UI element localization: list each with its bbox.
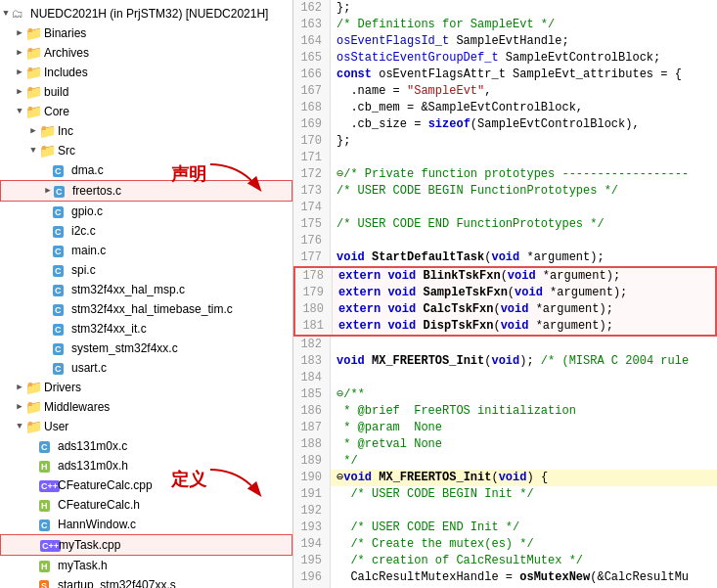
tree-item-binaries[interactable]: ▶ 📁 Binaries (0, 23, 292, 43)
icon-drivers: 📁 (25, 380, 41, 395)
icon-stm32f4xx_it_c: C (53, 321, 68, 337)
label-archives: Archives (44, 44, 89, 62)
label-spi_c: spi.c (71, 261, 96, 279)
code-line-168: 168 .cb_mem = &SampleEvtControlBlock, (293, 100, 717, 116)
label-startup_stm32f407xx_s: startup_stm32f407xx.s (58, 576, 176, 588)
line-number: 189 (293, 453, 331, 470)
line-content: CalcResultMutexHandle = osMutexNew(&Calc… (331, 569, 717, 586)
tree-item-i2c_c[interactable]: C i2c.c (0, 221, 292, 241)
arrow-drivers: ▶ (14, 379, 25, 396)
label-stm32f4xx_it_c: stm32f4xx_it.c (71, 320, 147, 338)
icon-ads131m0x_c: C (39, 438, 55, 454)
code-line-172: 172⊖/* Private function prototypes -----… (293, 166, 717, 183)
line-content (331, 233, 717, 249)
line-number: 179 (295, 285, 333, 301)
label-src: Src (58, 142, 75, 159)
line-number: 178 (295, 268, 333, 285)
tree-item-build[interactable]: ▶ 📁 build (0, 82, 292, 102)
tree-item-dma_c[interactable]: C dma.c (0, 160, 292, 180)
label-hannwindow_c: HannWindow.c (58, 516, 136, 533)
line-number: 175 (293, 216, 331, 233)
code-line-170: 170}; (293, 133, 717, 150)
line-number: 172 (293, 166, 331, 183)
arrow-archives: ▶ (14, 44, 25, 62)
code-line-182: 182 (293, 337, 717, 353)
line-content: const osEventFlagsAttr_t SampleEvt_attri… (331, 67, 717, 83)
code-line-165: 165osStaticEventGroupDef_t SampleEvtCont… (293, 50, 717, 67)
label-mytask_h: myTask.h (58, 557, 108, 574)
tree-item-system_stm32f4xx_c[interactable]: C system_stm32f4xx.c (0, 339, 292, 358)
line-number: 196 (293, 569, 331, 586)
code-line-176: 176 (293, 233, 717, 249)
label-i2c_c: i2c.c (71, 222, 96, 240)
line-number: 170 (293, 133, 331, 150)
line-number: 182 (293, 337, 331, 353)
line-content (331, 150, 717, 166)
code-line-166: 166const osEventFlagsAttr_t SampleEvt_at… (293, 67, 717, 83)
tree-item-user[interactable]: ▼ 📁 User (0, 417, 292, 436)
line-content: void StartDefaultTask(void *argument); (331, 249, 717, 266)
tree-item-mytask_cpp[interactable]: C++ myTask.cpp (0, 534, 292, 556)
line-number: 166 (293, 67, 331, 83)
line-number: 176 (293, 233, 331, 249)
code-line-179: 179extern void SampleTskFxn(void *argume… (293, 285, 717, 301)
tree-item-cfeaturecalc_h[interactable]: H CFeatureCalc.h (0, 495, 292, 515)
line-number: 177 (293, 249, 331, 266)
tree-item-usart_c[interactable]: C usart.c (0, 358, 292, 378)
tree-item-freertos_c[interactable]: ▶ C freertos.c (0, 180, 292, 202)
tree-item-drivers[interactable]: ▶ 📁 Drivers (0, 378, 292, 397)
label-system_stm32f4xx_c: system_stm32f4xx.c (71, 339, 178, 357)
icon-startup_stm32f407xx_s: S (39, 577, 55, 588)
tree-item-stm32f4xx_it_c[interactable]: C stm32f4xx_it.c (0, 319, 292, 339)
arrow-core: ▼ (14, 103, 25, 120)
tree-item-ads131m0x_c[interactable]: C ads131m0x.c (0, 436, 292, 456)
tree-item-core[interactable]: ▼ 📁 Core (0, 102, 292, 121)
line-number: 191 (293, 486, 331, 503)
tree-item-main_c[interactable]: C main.c (0, 241, 292, 260)
icon-cfeaturecalc_cpp: C++ (39, 477, 55, 493)
line-number: 190 (293, 470, 331, 486)
tree-item-src[interactable]: ▼ 📁 Src (0, 141, 292, 160)
code-line-191: 191 /* USER CODE BEGIN Init */ (293, 486, 717, 503)
icon-system_stm32f4xx_c: C (53, 340, 68, 356)
tree-item-mytask_h[interactable]: H myTask.h (0, 556, 292, 575)
line-content (331, 370, 717, 386)
line-number: 181 (295, 318, 333, 335)
tree-item-startup_stm32f407xx_s[interactable]: S startup_stm32f407xx.s (0, 575, 292, 588)
code-line-185: 185⊖/** (293, 386, 717, 403)
code-line-164: 164osEventFlagsId_t SampleEvtHandle; (293, 33, 717, 50)
label-cfeaturecalc_h: CFeatureCalc.h (58, 496, 140, 514)
line-number: 169 (293, 116, 331, 133)
label-stm32f4xx_hal_msp_c: stm32f4xx_hal_msp.c (71, 281, 185, 298)
label-dma_c: dma.c (71, 161, 104, 179)
code-line-186: 186 * @brief FreeRTOS initialization (293, 403, 717, 420)
tree-item-ads131m0x_h[interactable]: H ads131m0x.h (0, 456, 292, 475)
tree-item-stm32f4xx_hal_timebase_tim_c[interactable]: C stm32f4xx_hal_timebase_tim.c (0, 299, 292, 319)
label-inc: Inc (58, 122, 73, 140)
line-content: extern void SampleTskFxn(void *argument)… (333, 285, 715, 301)
arrow-build: ▶ (14, 83, 25, 101)
line-content: /* Create the mutex(es) */ (331, 536, 717, 553)
tree-item-middlewares[interactable]: ▶ 📁 Middlewares (0, 397, 292, 417)
arrow-binaries: ▶ (14, 24, 25, 42)
tree-item-stm32f4xx_hal_msp_c[interactable]: C stm32f4xx_hal_msp.c (0, 280, 292, 299)
line-content: /* USER CODE BEGIN Init */ (331, 486, 717, 503)
code-line-187: 187 * @param None (293, 420, 717, 436)
label-user: User (44, 418, 68, 435)
tree-item-root[interactable]: ▼ 🗂 NUEDC2021H (in PrjSTM32) [NUEDC2021H… (0, 4, 292, 23)
file-tree[interactable]: ▼ 🗂 NUEDC2021H (in PrjSTM32) [NUEDC2021H… (0, 0, 293, 588)
line-number: 162 (293, 0, 331, 17)
label-drivers: Drivers (44, 379, 81, 396)
tree-item-archives[interactable]: ▶ 📁 Archives (0, 43, 292, 63)
tree-item-includes[interactable]: ▶ 📁 Includes (0, 63, 292, 82)
line-content: }; (331, 133, 717, 150)
line-content: * @param None (331, 420, 717, 436)
arrow-middlewares: ▶ (14, 398, 25, 416)
tree-item-cfeaturecalc_cpp[interactable]: C++ CFeatureCalc.cpp (0, 475, 292, 495)
tree-item-inc[interactable]: ▶ 📁 Inc (0, 121, 292, 141)
tree-item-spi_c[interactable]: C spi.c (0, 260, 292, 280)
label-cfeaturecalc_cpp: CFeatureCalc.cpp (58, 476, 153, 494)
tree-item-hannwindow_c[interactable]: C HannWindow.c (0, 515, 292, 534)
line-content: extern void BlinkTskFxn(void *argument); (333, 268, 715, 285)
tree-item-gpio_c[interactable]: C gpio.c (0, 202, 292, 221)
